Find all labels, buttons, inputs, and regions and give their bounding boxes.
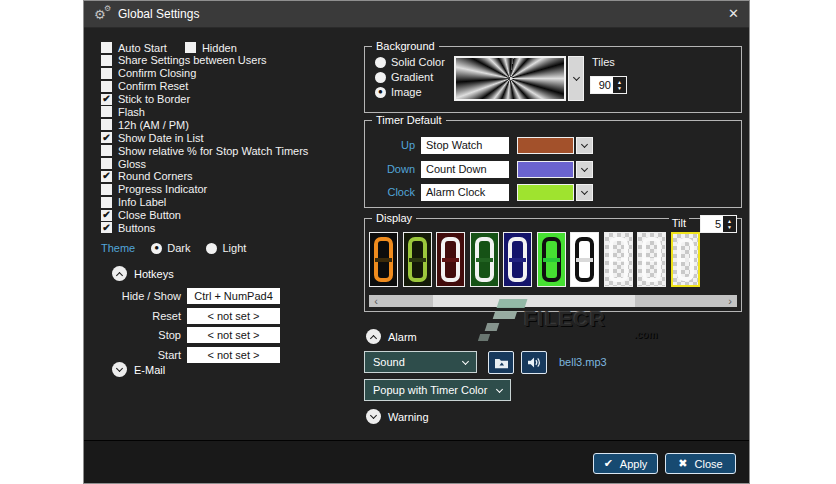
radio-label: Gradient [391, 71, 433, 83]
display-group-title: Display [372, 212, 416, 224]
chevron-down-icon [581, 164, 588, 171]
radio-light[interactable] [206, 243, 217, 254]
checkbox-show-relative[interactable] [101, 145, 112, 156]
tiles-spinner[interactable]: 90 ▲▼ [590, 76, 627, 94]
theme-row: Theme ●Dark Light [101, 242, 254, 254]
scroll-left-icon[interactable]: ‹ [369, 295, 383, 307]
hotkeys-header[interactable]: Hotkeys [112, 266, 174, 281]
alarm-header[interactable]: Alarm [366, 329, 417, 344]
global-settings-dialog: ⚙⚙ Global Settings ✕ Auto Start Hidden S… [83, 0, 750, 484]
alarm-sound-select[interactable]: Sound [364, 351, 477, 373]
digit-tile[interactable] [537, 232, 566, 287]
radio-image[interactable]: ● [375, 87, 386, 98]
close-button[interactable]: ✖ Close [665, 453, 736, 474]
checkbox-12h[interactable] [101, 119, 112, 130]
digit-tile[interactable] [470, 232, 499, 287]
sound-file-link[interactable]: bell3.mp3 [559, 356, 607, 368]
checkbox-show-date[interactable]: ✔ [101, 132, 112, 143]
radio-label: Dark [167, 242, 190, 254]
radio-gradient[interactable] [375, 72, 386, 83]
checkbox-confirm-closing[interactable] [101, 68, 112, 79]
checkbox-label: Show Date in List [118, 132, 204, 144]
chevron-down-icon [496, 385, 503, 392]
chevron-up-circle-icon[interactable] [112, 266, 127, 281]
speaker-icon [527, 356, 542, 369]
chevron-up-circle-icon[interactable] [366, 329, 381, 344]
checkbox-label: Confirm Reset [118, 80, 188, 92]
filecr-watermark: FILECR .com [484, 299, 704, 351]
tilt-spinner[interactable]: 5 ▲▼ [700, 215, 737, 233]
spinner-arrows-icon[interactable]: ▲▼ [723, 216, 736, 232]
hotkey-stop-input[interactable]: < not set > [187, 327, 280, 343]
tilt-value[interactable]: 5 [701, 216, 723, 232]
hotkeys-label: Hotkeys [134, 268, 174, 280]
timer-up-color-swatch[interactable] [517, 137, 574, 154]
hotkeys-rows: Hide / ShowCtrl + NumPad4 Reset< not set… [101, 288, 280, 366]
radio-label: Light [222, 242, 246, 254]
digit-tile[interactable] [637, 232, 666, 287]
tiles-value[interactable]: 90 [591, 77, 613, 93]
radio-dark[interactable]: ● [151, 243, 162, 254]
chevron-down-circle-icon[interactable] [112, 362, 127, 377]
close-icon[interactable]: ✕ [728, 6, 739, 21]
timer-clock-color-dropdown-button[interactable] [576, 184, 593, 201]
apply-button[interactable]: ✔ Apply [593, 453, 658, 474]
checkbox-round-corners[interactable]: ✔ [101, 171, 112, 182]
watermark-logo-bar [497, 299, 528, 308]
timer-clock-color-swatch[interactable] [517, 184, 574, 201]
checkbox-progress-indicator[interactable] [101, 184, 112, 195]
radio-solid-color[interactable] [375, 57, 386, 68]
spinner-arrows-icon[interactable]: ▲▼ [613, 77, 626, 93]
checkbox-share-settings[interactable] [101, 55, 112, 66]
warning-header[interactable]: Warning [366, 409, 429, 424]
title-bar[interactable]: ⚙⚙ Global Settings ✕ [84, 1, 749, 28]
chevron-down-circle-icon[interactable] [366, 409, 381, 424]
digit-tile[interactable] [604, 232, 633, 287]
alarm-popup-select[interactable]: Popup with Timer Color [364, 379, 511, 401]
digit-tile[interactable] [570, 232, 599, 287]
chevron-down-icon [572, 74, 579, 81]
checkbox-label: Share Settings between Users [118, 54, 267, 66]
checkbox-label: Progress Indicator [118, 183, 207, 195]
timer-up-color-dropdown-button[interactable] [576, 137, 593, 154]
checkbox-label: Close Button [118, 209, 181, 221]
seven-segment-middle [375, 258, 392, 262]
checkbox-label: 12h (AM / PM) [118, 119, 189, 131]
timer-down-color-dropdown-button[interactable] [576, 161, 593, 178]
checkbox-flash[interactable] [101, 106, 112, 117]
timer-down-color-swatch[interactable] [517, 161, 574, 178]
checkbox-close-button[interactable]: ✔ [101, 210, 112, 221]
play-sound-button[interactable] [521, 351, 547, 374]
seven-segment-middle [543, 258, 560, 262]
hotkey-reset-input[interactable]: < not set > [187, 308, 280, 324]
timer-up-input[interactable]: Stop Watch [421, 137, 509, 154]
browse-sound-button[interactable] [488, 351, 514, 374]
scroll-right-icon[interactable]: › [723, 295, 737, 307]
background-image-dropdown-button[interactable] [568, 56, 584, 101]
checkbox-auto-start[interactable] [101, 42, 112, 53]
digit-tile[interactable] [436, 232, 465, 287]
alarm-sound-value: Sound [373, 356, 405, 368]
tilt-label: Tilt [669, 217, 689, 229]
digit-tile[interactable] [503, 232, 532, 287]
timer-down-input[interactable]: Count Down [421, 161, 509, 178]
warning-label: Warning [388, 411, 429, 423]
digit-tile[interactable] [671, 232, 700, 287]
checkbox-stick-to-border[interactable]: ✔ [101, 94, 112, 105]
footer-bar: ✔ Apply ✖ Close [84, 440, 749, 483]
email-header[interactable]: E-Mail [112, 362, 165, 377]
seven-segment-middle [576, 258, 593, 262]
digit-tile[interactable] [403, 232, 432, 287]
checkbox-confirm-reset[interactable] [101, 81, 112, 92]
hotkey-hide-show-input[interactable]: Ctrl + NumPad4 [187, 288, 280, 304]
watermark-logo-bar [485, 323, 500, 331]
tiles-label: Tiles [592, 56, 615, 68]
checkbox-gloss[interactable] [101, 158, 112, 169]
hotkey-start-input[interactable]: < not set > [187, 347, 280, 363]
digit-tile[interactable] [369, 232, 398, 287]
checkbox-hidden[interactable] [185, 42, 196, 53]
timer-clock-input[interactable]: Alarm Clock [421, 184, 509, 201]
checkbox-info-label[interactable] [101, 197, 112, 208]
background-image-preview[interactable] [454, 56, 566, 101]
checkbox-buttons[interactable]: ✔ [101, 222, 112, 233]
